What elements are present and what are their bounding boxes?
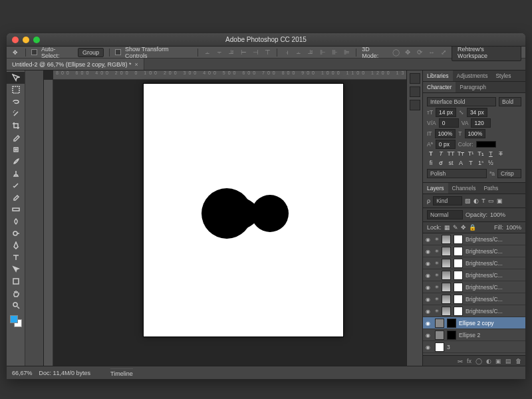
eyedropper-tool[interactable] [7, 132, 25, 144]
layer-row[interactable]: ✳Brightness/C... [423, 233, 525, 245]
stylistic-button[interactable]: A [457, 160, 465, 168]
align-top-icon[interactable]: ⫠ [203, 49, 211, 57]
swash-button[interactable]: st [447, 160, 455, 168]
timeline-tab[interactable]: Timeline [110, 368, 133, 377]
visibility-eye-icon[interactable] [426, 284, 432, 291]
tab-paragraph[interactable]: Paragraph [456, 82, 490, 92]
type-tool[interactable] [7, 251, 25, 263]
faux-bold-button[interactable]: T [427, 150, 435, 158]
align-vcenter-icon[interactable]: ⫟ [215, 49, 223, 57]
canvas-area[interactable]: 800 600 400 200 0 100 200 300 400 500 60… [44, 70, 422, 366]
ligatures-button[interactable]: fi [427, 160, 435, 168]
pen-tool[interactable] [7, 239, 25, 251]
move-tool[interactable] [7, 72, 25, 84]
baseline-field[interactable]: 0 px [436, 140, 456, 149]
tab-character[interactable]: Character [423, 82, 456, 92]
blur-tool[interactable] [7, 215, 25, 227]
link-layers-icon[interactable]: ⫘ [457, 358, 463, 364]
path-select-tool[interactable] [7, 263, 25, 275]
document-tab[interactable]: Untitled-2 @ 66,7% (Ellipse 2 copy, RGB/… [7, 59, 144, 70]
group-icon[interactable]: ▣ [495, 358, 501, 364]
layer-row[interactable]: ✳Brightness/C... [423, 293, 525, 305]
visibility-eye-icon[interactable] [426, 344, 432, 350]
ordinals-button[interactable]: 1ˢ [477, 160, 485, 168]
doc-size[interactable]: Doc: 11,4M/0 bytes [39, 370, 91, 376]
filter-pixel-icon[interactable]: ▧ [465, 198, 471, 204]
collapsed-panel-dock[interactable] [25, 70, 44, 366]
filter-adj-icon[interactable]: ◐ [473, 198, 479, 204]
layer-list[interactable]: ✳Brightness/C...✳Brightness/C...✳Brightn… [423, 233, 525, 355]
show-transform-checkbox[interactable] [115, 49, 121, 55]
color-swatches[interactable] [10, 315, 22, 327]
tab-styles[interactable]: Styles [491, 70, 515, 81]
lock-all-icon[interactable]: 🔒 [469, 224, 476, 231]
font-size-field[interactable]: 14 px [436, 108, 456, 117]
clone-stamp-tool[interactable] [7, 168, 25, 180]
language-dropdown[interactable]: Polish [427, 169, 487, 178]
tab-libraries[interactable]: Libraries [423, 70, 453, 81]
tracking-field[interactable]: 120 [471, 118, 491, 128]
align-hcenter-icon[interactable]: ⊣ [251, 49, 259, 57]
mode3d-scale-icon[interactable]: ⤢ [440, 49, 448, 57]
layer-row[interactable]: ✳Brightness/C... [423, 245, 525, 257]
visibility-eye-icon[interactable] [426, 260, 432, 267]
subscript-button[interactable]: T₁ [477, 150, 485, 158]
eraser-tool[interactable] [7, 192, 25, 203]
filter-kind-dropdown[interactable]: Kind [433, 196, 462, 205]
distribute-top-icon[interactable]: ⫞ [283, 49, 291, 57]
layer-row[interactable]: ✳Brightness/C... [423, 305, 525, 317]
layer-row[interactable]: Ellipse 2 [423, 329, 525, 341]
move-tool-icon[interactable]: ✥ [11, 48, 20, 57]
zoom-level[interactable]: 66,67% [12, 370, 33, 376]
visibility-eye-icon[interactable] [426, 320, 432, 327]
layer-mask-icon[interactable]: ◯ [475, 358, 482, 364]
new-layer-icon[interactable]: ▤ [505, 358, 511, 364]
mode3d-orbit-icon[interactable]: ◯ [392, 49, 400, 57]
filter-type-icon[interactable]: T [481, 198, 485, 204]
magic-wand-tool[interactable] [7, 108, 25, 120]
layer-fx-icon[interactable]: fx [467, 358, 471, 364]
allcaps-button[interactable]: TT [447, 150, 455, 158]
close-tab-icon[interactable]: × [135, 61, 138, 68]
filter-smart-icon[interactable]: ▣ [497, 198, 503, 204]
fractions-button[interactable]: ½ [487, 160, 495, 168]
antialias-dropdown[interactable]: Crisp [497, 169, 521, 178]
auto-select-dropdown[interactable]: Group [78, 48, 104, 57]
visibility-eye-icon[interactable] [426, 248, 432, 255]
dock-brush-icon[interactable] [410, 86, 420, 97]
delete-layer-icon[interactable]: 🗑 [515, 358, 521, 364]
document-canvas[interactable]: ⤡ [144, 84, 343, 336]
dock-paragraph-icon[interactable] [410, 100, 420, 110]
hscale-field[interactable]: 100% [465, 129, 486, 138]
filter-kind-icon[interactable]: ρ [427, 198, 430, 204]
auto-select-checkbox[interactable] [31, 49, 37, 55]
lock-pixels-icon[interactable]: ✎ [453, 224, 458, 231]
brush-tool[interactable] [7, 156, 25, 168]
zoom-tool[interactable] [7, 299, 25, 311]
crop-tool[interactable] [7, 120, 25, 132]
lasso-tool[interactable] [7, 96, 25, 108]
visibility-eye-icon[interactable] [426, 332, 432, 338]
vscale-field[interactable]: 100% [435, 129, 456, 138]
shape-tool[interactable] [7, 275, 25, 287]
distribute-left-icon[interactable]: ⊩ [319, 49, 327, 57]
visibility-eye-icon[interactable] [426, 236, 432, 243]
kerning-field[interactable]: 0 [439, 118, 459, 128]
healing-brush-tool[interactable] [7, 144, 25, 156]
faux-italic-button[interactable]: T [437, 150, 445, 158]
hand-tool[interactable] [7, 287, 25, 299]
filter-shape-icon[interactable]: ▭ [488, 198, 494, 204]
dodge-tool[interactable] [7, 227, 25, 239]
superscript-button[interactable]: T¹ [467, 150, 475, 158]
layer-row[interactable]: Ellipse 2 copy [423, 317, 525, 329]
contextual-button[interactable]: ơ [437, 160, 445, 168]
font-family-dropdown[interactable]: Interface Bold [427, 97, 496, 106]
text-color-chip[interactable] [476, 141, 496, 148]
strike-button[interactable]: T [497, 150, 505, 158]
distribute-right-icon[interactable]: ⊫ [342, 49, 350, 57]
layer-row[interactable]: ✳Brightness/C... [423, 257, 525, 269]
align-left-icon[interactable]: ⊢ [239, 49, 247, 57]
visibility-eye-icon[interactable] [426, 308, 432, 315]
layer-row[interactable]: 3 [423, 341, 525, 353]
align-right-icon[interactable]: ⊤ [263, 49, 271, 57]
